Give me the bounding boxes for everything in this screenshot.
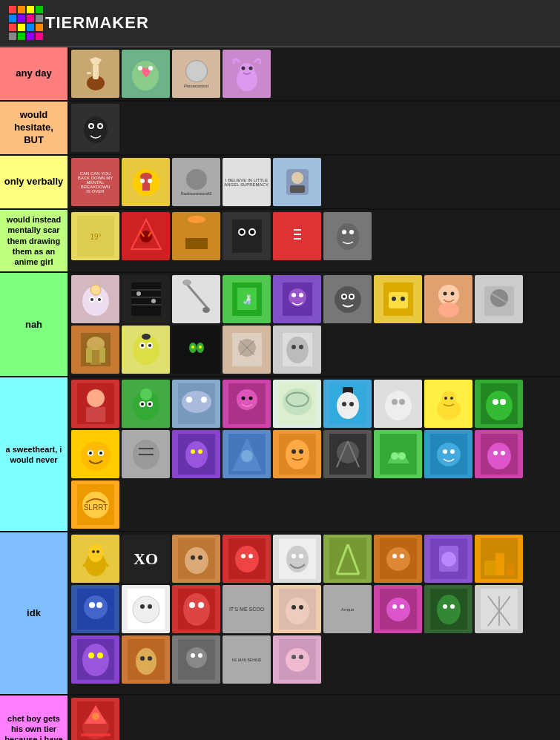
list-item — [424, 585, 472, 633]
svg-point-194 — [291, 554, 296, 558]
svg-point-203 — [400, 554, 404, 558]
list-item — [323, 275, 372, 323]
tier-label-any-day: any day — [0, 47, 69, 100]
svg-point-242 — [97, 653, 103, 658]
svg-point-111 — [140, 389, 152, 400]
svg-point-49 — [90, 298, 93, 301]
tier-row-verbally: only verbally CAN CAN YOUBACK DOWN MYMEN… — [0, 156, 560, 210]
tier-label-verbally: only verbally — [0, 156, 69, 208]
svg-point-92 — [148, 344, 151, 347]
svg-point-65 — [291, 293, 296, 297]
svg-point-6 — [148, 66, 153, 70]
svg-point-233 — [443, 604, 447, 609]
list-item — [71, 535, 119, 583]
list-item — [273, 380, 321, 428]
list-item — [424, 430, 472, 478]
svg-point-119 — [201, 397, 207, 403]
svg-point-118 — [186, 397, 192, 403]
svg-point-249 — [191, 653, 195, 658]
svg-point-246 — [148, 656, 152, 661]
svg-point-153 — [198, 449, 202, 454]
svg-rect-87 — [99, 348, 105, 363]
svg-point-105 — [291, 345, 296, 349]
svg-point-253 — [291, 655, 296, 659]
svg-point-136 — [444, 397, 447, 400]
list-item — [71, 635, 119, 684]
svg-point-78 — [450, 292, 454, 296]
list-item — [223, 50, 271, 98]
list-item — [172, 326, 220, 374]
list-item: I BELIEVE IN LITTLE ANGEL SUPREMACY. — [223, 158, 271, 206]
svg-point-66 — [299, 293, 303, 297]
svg-point-244 — [136, 648, 157, 675]
list-item — [172, 275, 220, 323]
svg-point-180 — [92, 550, 95, 553]
list-item — [71, 326, 119, 374]
tier-row-hesitate: would hesitate, BUT — [0, 102, 560, 156]
svg-point-141 — [500, 399, 506, 405]
svg-text:19°: 19° — [90, 233, 101, 241]
tier-content-idk: XO — [69, 532, 560, 694]
list-item — [122, 585, 170, 633]
list-item: Arrqus — [323, 585, 372, 633]
svg-point-241 — [88, 653, 94, 658]
svg-point-226 — [299, 605, 303, 609]
svg-point-179 — [88, 544, 103, 562]
svg-point-169 — [443, 449, 447, 454]
svg-point-58 — [182, 280, 191, 285]
list-item — [223, 535, 271, 583]
list-item: 🍶 — [223, 275, 271, 323]
list-item — [374, 430, 422, 478]
tier-row-sweetheart: a sweetheart, i would never — [0, 377, 560, 532]
tier-label-idk: idk — [0, 532, 69, 694]
svg-point-212 — [84, 595, 108, 619]
list-item — [71, 430, 119, 478]
tier-label-sweetheart: a sweetheart, i would never — [0, 377, 69, 531]
svg-point-258 — [92, 713, 99, 720]
svg-point-91 — [141, 344, 144, 347]
svg-point-230 — [400, 604, 404, 609]
list-item — [172, 430, 220, 478]
tiermaker-logo-text: TiERMAKER — [45, 13, 149, 33]
svg-point-168 — [437, 443, 461, 466]
list-item: Raobloxminecraft2 — [172, 158, 220, 206]
list-item — [122, 212, 170, 260]
svg-point-142 — [81, 441, 111, 471]
svg-rect-86 — [86, 348, 92, 363]
svg-point-115 — [148, 403, 151, 406]
svg-point-19 — [140, 179, 145, 183]
svg-point-55 — [136, 291, 141, 296]
tier-label-hesitate: would hesitate, BUT — [0, 102, 69, 154]
svg-rect-210 — [507, 564, 514, 575]
svg-point-158 — [291, 449, 296, 454]
list-item — [273, 430, 321, 478]
svg-rect-33 — [232, 219, 262, 253]
svg-point-232 — [437, 595, 461, 624]
list-item — [323, 430, 372, 478]
svg-point-213 — [89, 602, 95, 608]
list-item — [223, 380, 271, 428]
svg-point-10 — [248, 67, 252, 70]
svg-rect-208 — [484, 561, 495, 575]
list-item — [172, 535, 220, 583]
list-item — [71, 275, 119, 323]
svg-rect-1 — [93, 65, 99, 79]
list-item — [172, 585, 220, 633]
tier-content-scar: 19° — [69, 210, 560, 271]
tier-label-scar: would instead mentally scar them drawing… — [0, 210, 69, 271]
svg-point-37 — [250, 230, 254, 234]
list-item — [374, 275, 422, 323]
svg-rect-41 — [294, 238, 301, 239]
svg-rect-23 — [290, 185, 305, 193]
list-item — [122, 430, 170, 478]
svg-point-151 — [185, 441, 208, 468]
list-item — [273, 535, 321, 583]
svg-point-195 — [299, 554, 303, 558]
svg-point-152 — [191, 449, 195, 454]
svg-text:🍶: 🍶 — [241, 294, 252, 305]
svg-point-245 — [140, 656, 145, 661]
list-item — [273, 326, 321, 374]
svg-point-250 — [198, 653, 202, 658]
svg-point-75 — [401, 297, 405, 301]
svg-point-229 — [392, 604, 397, 609]
